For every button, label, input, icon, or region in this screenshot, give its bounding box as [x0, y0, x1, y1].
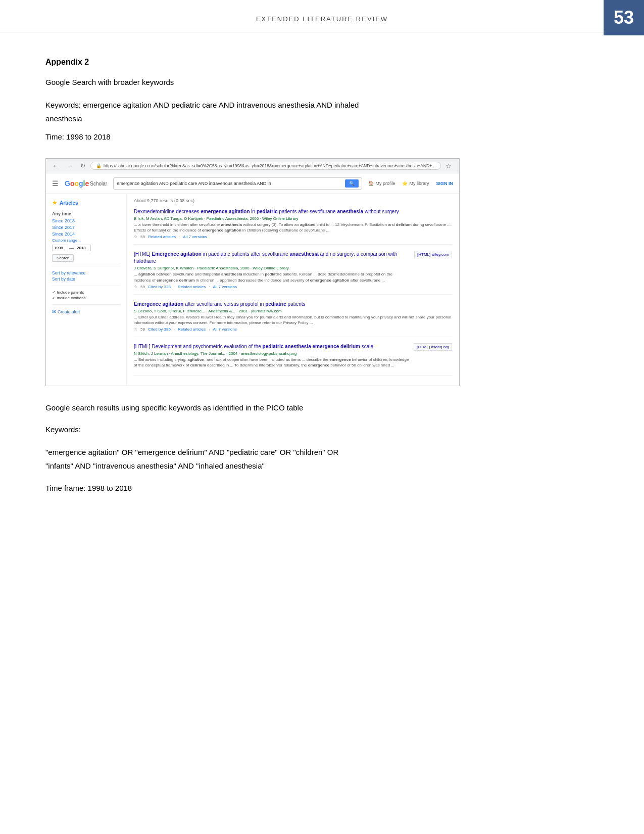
header-title: EXTENDED LITERATURE REVIEW — [45, 15, 599, 27]
all-versions-link[interactable]: All 7 versions — [183, 235, 207, 239]
browser-url-bar[interactable]: 🔒 https://scholar.google.co.in/scholar?h… — [90, 162, 441, 170]
lock-icon: 🔒 — [96, 163, 102, 168]
since-2017-option[interactable]: Since 2017 — [52, 225, 120, 230]
result-title[interactable]: Emergence agitation after sevoflurane ve… — [134, 301, 452, 308]
section1-text: Google Search with broader keywords — [45, 76, 599, 89]
appendix-title: Appendix 2 — [45, 58, 599, 67]
browser-reload-button[interactable]: ↻ — [78, 161, 87, 170]
cite-icon[interactable]: ☆ — [134, 327, 137, 332]
sidebar-search-button[interactable]: Search — [52, 254, 74, 262]
my-library-link[interactable]: ⭐ My library — [402, 181, 429, 186]
result-meta: B Isik, M Arslan, AD Tunga, O Kurtipek ·… — [134, 216, 452, 221]
url-text: https://scholar.google.co.in/scholar?hl=… — [104, 163, 435, 168]
create-alert-button[interactable]: ✉ Create alert — [52, 309, 120, 314]
include-patents-checkbox[interactable]: ✓ Include patents — [52, 290, 120, 295]
scholar-header: ☰ Google Scholar emergence agitation AND… — [46, 173, 459, 194]
cited-by-link[interactable]: Cited by 385 — [148, 327, 171, 332]
result-actions: ☆ 59 Cited by 385 · Related articles · A… — [134, 327, 452, 332]
result-item: [HTML] Development and psychometric eval… — [134, 343, 452, 375]
related-articles-link[interactable]: Related articles — [178, 285, 206, 289]
bottom-section: Google search results using specific key… — [45, 401, 599, 495]
time-filter-label: Any time — [52, 211, 120, 216]
scholar-body: ★ Articles Any time Since 2018 Since 201… — [46, 194, 459, 386]
scholar-search-bar[interactable]: emergence agitation AND pediatric care A… — [113, 177, 362, 190]
year-range: — — [52, 245, 120, 251]
result-meta: S Uezono, T Goto, K Terui, F Ichinose...… — [134, 309, 452, 313]
include-citations-checkbox[interactable]: ✓ Include citations — [52, 296, 120, 300]
result-title[interactable]: [HTML] Development and psychometric eval… — [134, 343, 410, 350]
result-snippet: ... Enter your Email address. Wolters Kl… — [134, 314, 452, 326]
year-to-input[interactable] — [75, 245, 91, 251]
result-item: Dexmedetomidine decreases emergence agit… — [134, 208, 452, 245]
year-from-input[interactable] — [52, 245, 68, 251]
articles-filter[interactable]: ★ Articles — [52, 199, 120, 206]
articles-star-icon: ★ — [52, 199, 58, 206]
result-main: [HTML] Emergence agitation in paediatric… — [134, 251, 410, 289]
scholar-search-input[interactable]: emergence agitation AND pediatric care A… — [117, 181, 345, 186]
keywords2-label: Keywords: — [45, 423, 599, 436]
result-actions: ☆ 59 Related articles · All 7 versions — [134, 235, 452, 239]
sign-in-button[interactable]: SIGN IN — [436, 181, 453, 186]
cited-by-link[interactable]: Cited by 328 — [148, 285, 171, 289]
html-link[interactable]: [HTML] wiley.com — [414, 251, 452, 258]
main-content: Appendix 2 Google Search with broader ke… — [0, 48, 644, 524]
custom-range-option[interactable]: Custom range... — [52, 238, 120, 243]
my-profile-link[interactable]: 🏠 My profile — [368, 181, 395, 186]
scholar-results: About 9,770 results (0.08 sec) Dexmedeto… — [127, 194, 459, 386]
related-articles-link[interactable]: Related articles — [148, 235, 176, 239]
result-snippet: ... agitation between sevoflurane and th… — [134, 271, 410, 283]
browser-back-button[interactable]: ← — [50, 161, 61, 171]
cite-icon[interactable]: ☆ — [134, 285, 137, 289]
html-link[interactable]: [HTML] asahq.org — [414, 343, 452, 351]
sort-relevance-option[interactable]: Sort by relevance — [52, 270, 120, 275]
scholar-sidebar: ★ Articles Any time Since 2018 Since 201… — [46, 194, 127, 386]
result-snippet: ... Behaviors including crying, agitatio… — [134, 357, 410, 368]
all-versions-link[interactable]: All 7 versions — [213, 327, 237, 332]
browser-bookmark-icon[interactable]: ☆ — [444, 161, 453, 171]
keywords2-text: "emergence agitation" OR "emergence deli… — [45, 445, 599, 473]
hamburger-menu-icon[interactable]: ☰ — [52, 179, 59, 188]
all-versions-link[interactable]: All 7 versions — [213, 285, 237, 289]
browser-chrome: ← → ↻ 🔒 https://scholar.google.co.in/sch… — [46, 159, 459, 173]
alert-envelope-icon: ✉ — [52, 309, 56, 314]
results-count: About 9,770 results (0.08 sec) — [134, 198, 452, 203]
result-main: Emergence agitation after sevoflurane ve… — [134, 301, 452, 332]
scholar-search-button[interactable]: 🔍 — [345, 179, 359, 188]
since-2018-option[interactable]: Since 2018 — [52, 218, 120, 223]
result-title[interactable]: [HTML] Emergence agitation in paediatric… — [134, 251, 410, 265]
result-actions: ☆ 59 Cited by 328 · Related articles · A… — [134, 285, 410, 289]
scholar-header-right: 🏠 My profile ⭐ My library SIGN IN — [368, 181, 453, 186]
browser-menu-icon[interactable]: ⋮ — [456, 161, 460, 171]
result-title[interactable]: Dexmedetomidine decreases emergence agit… — [134, 208, 452, 215]
result-main: [HTML] Development and psychometric eval… — [134, 343, 410, 369]
google-logo-text: Google — [65, 179, 89, 188]
cite-icon[interactable]: ☆ — [134, 235, 137, 239]
result-meta: N Sikich, J Lerman · Anesthesiology: The… — [134, 351, 410, 356]
result-meta: J Cravero, S Surgenor, K Whalen · Paedia… — [134, 266, 410, 270]
since-2014-option[interactable]: Since 2014 — [52, 231, 120, 237]
browser-forward-button[interactable]: → — [64, 161, 75, 171]
sort-date-option[interactable]: Sort by date — [52, 276, 120, 282]
result-item: [HTML] Emergence agitation in paediatric… — [134, 251, 452, 294]
articles-label: Articles — [60, 200, 78, 206]
related-articles-link[interactable]: Related articles — [178, 327, 206, 332]
scholar-text: Scholar — [90, 181, 107, 187]
time-label: Time: 1998 to 2018 — [45, 130, 599, 144]
keywords-label: Keywords: emergence agitation AND pediat… — [45, 98, 599, 125]
result-item: Emergence agitation after sevoflurane ve… — [134, 301, 452, 337]
result-main: Dexmedetomidine decreases emergence agit… — [134, 208, 452, 239]
page-header: EXTENDED LITERATURE REVIEW — [0, 0, 644, 32]
page-number: 53 — [604, 0, 644, 35]
google-scholar-logo: Google Scholar — [65, 179, 107, 188]
google-scholar-screenshot: ← → ↻ 🔒 https://scholar.google.co.in/sch… — [45, 158, 460, 386]
save-icon[interactable]: 59 — [140, 235, 145, 239]
result-snippet: ... a lower threshold in children after … — [134, 222, 452, 233]
result-text: Google search results using specific key… — [45, 401, 599, 414]
timeframe-label: Time frame: 1998 to 2018 — [45, 482, 599, 495]
